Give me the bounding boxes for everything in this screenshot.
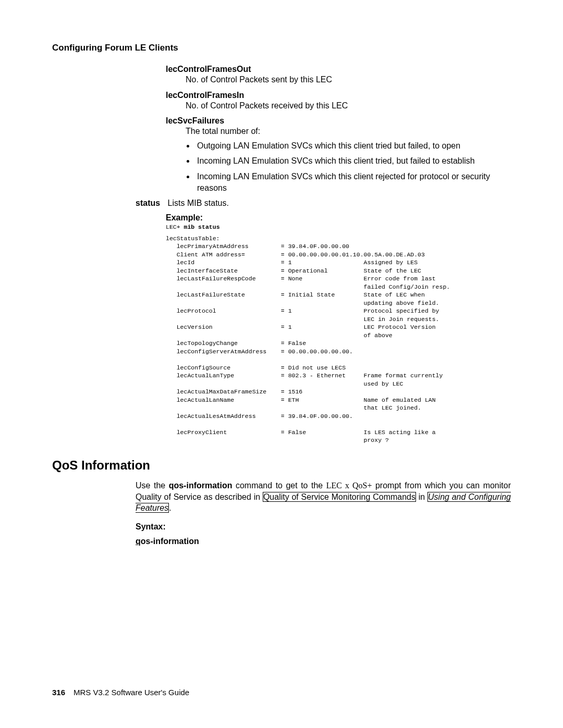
- running-header: Configuring Forum LE Clients: [52, 43, 511, 53]
- example-prompt: LEC+: [166, 224, 184, 230]
- status-label: status: [136, 199, 160, 207]
- bullet-item: Incoming LAN Emulation SVCs which this c…: [195, 171, 511, 193]
- param-desc: No. of Control Packets sent by this LEC: [186, 74, 511, 85]
- example-prompt-line: LEC+ mib status: [166, 224, 511, 231]
- text: Use the: [136, 481, 169, 490]
- section-heading-qos: QoS Information: [52, 458, 511, 473]
- cmd-first-letter: q: [136, 537, 141, 546]
- link-qos-monitoring-commands[interactable]: Quality of Service Monitoring Commands: [263, 492, 416, 502]
- syntax-label: Syntax:: [136, 522, 511, 532]
- page-number: 316: [52, 688, 65, 697]
- bullet-item: Incoming LAN Emulation SVCs which this c…: [195, 155, 511, 167]
- param-title: lecSvcFailures: [166, 116, 511, 126]
- cmd-rest: os-information: [141, 537, 199, 546]
- example-command: mib status: [184, 224, 220, 230]
- param-intro: The total number of:: [186, 126, 511, 137]
- param-title: lecControlFramesIn: [166, 91, 511, 100]
- status-text: Lists MIB status.: [168, 199, 229, 207]
- text: in: [416, 492, 427, 501]
- param-desc: No. of Control Packets received by this …: [186, 100, 511, 112]
- text: .: [169, 503, 171, 512]
- example-label: Example:: [166, 213, 511, 223]
- qos-prompt-text: LEC x QoS+: [326, 481, 372, 490]
- param-lecControlFramesIn: lecControlFramesIn No. of Control Packet…: [166, 91, 511, 112]
- footer-title: MRS V3.2 Software User's Guide: [74, 688, 189, 697]
- status-row: status Lists MIB status.: [136, 199, 511, 208]
- bullet-item: Outgoing LAN Emulation SVCs which this c…: [195, 140, 511, 152]
- page-footer: 316MRS V3.2 Software User's Guide: [52, 688, 189, 697]
- example-output: lecStatusTable: lecPrimaryAtmAddress = 3…: [166, 235, 511, 445]
- param-lecSvcFailures: lecSvcFailures The total number of: Outg…: [166, 116, 511, 193]
- qos-cmd-name: qos-information: [169, 481, 232, 490]
- param-title: lecControlFramesOut: [166, 65, 511, 74]
- bullet-list: Outgoing LAN Emulation SVCs which this c…: [166, 140, 511, 193]
- param-lecControlFramesOut: lecControlFramesOut No. of Control Packe…: [166, 65, 511, 85]
- qos-paragraph: Use the qos-information command to get t…: [136, 480, 511, 514]
- text: command to get to the: [232, 481, 326, 490]
- syntax-command: qos-information: [136, 537, 511, 546]
